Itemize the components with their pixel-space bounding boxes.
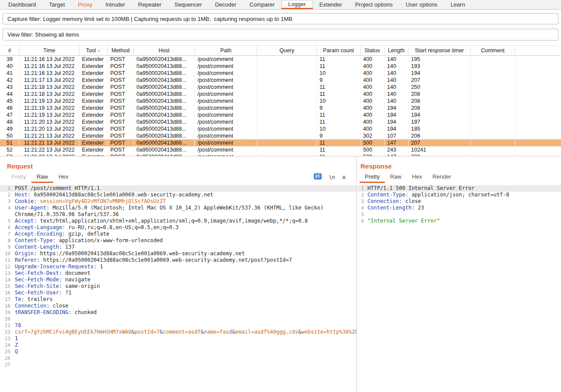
log-row-50[interactable]: 5011:21:21 13 Jul 2022ExtenderPOST0a9500… (0, 132, 561, 139)
cell-path: /post/comment (195, 91, 257, 98)
tab-raw[interactable]: Raw (385, 173, 407, 183)
cell-method: POST (108, 132, 134, 139)
cell-start-response-timer: 10241 (408, 146, 471, 153)
log-row-42[interactable]: 4211:21:17 13 Jul 2022ExtenderPOST0a9500… (0, 77, 561, 84)
view-filter-bar[interactable]: View filter: Showing all items (3, 29, 558, 41)
editor-line: 8Content-Type: application/x-www-form-ur… (0, 237, 356, 244)
cell-query (257, 132, 317, 139)
line-number: 23 (0, 335, 13, 342)
cell-start-response-timer: 194 (408, 70, 471, 77)
cell-length: 140 (384, 56, 408, 63)
cell-tool: Extender (79, 70, 108, 77)
line-number: 1 (0, 185, 13, 192)
cell-status: 400 (360, 118, 384, 125)
line-number: 21 (0, 322, 13, 329)
log-row-43[interactable]: 4311:21:18 13 Jul 2022ExtenderPOST0a9500… (0, 84, 561, 91)
column-header-length[interactable]: Length (384, 46, 408, 55)
column-header-path[interactable]: Path (195, 46, 257, 55)
request-editor[interactable]: 1POST /post/comment HTTP/1.12Host: 0a950… (0, 185, 356, 392)
tab-logger[interactable]: Logger (281, 0, 313, 9)
cell-start-response-timer: 197 (408, 118, 471, 125)
editor-line: 6Accept-Language: ru-RU,ru;q=0.8,en-US;q… (0, 224, 356, 231)
line-number: 3 (0, 198, 13, 205)
capture-filter-bar[interactable]: Capture filter: Logger memory limit set … (3, 13, 558, 24)
line-number: 16 (0, 290, 13, 296)
cell-param-count: 11 (317, 146, 360, 153)
menu-icon[interactable]: ≡ (342, 174, 346, 180)
log-row-47[interactable]: 4711:21:19 13 Jul 2022ExtenderPOST0a9500… (0, 112, 561, 118)
column-header-comment[interactable]: Comment (471, 46, 515, 55)
tab-pretty[interactable]: Pretty (6, 173, 31, 183)
column-header-number[interactable]: # (0, 46, 20, 55)
cell-host: 0a9500020413d88... (134, 63, 195, 70)
cell-method: POST (108, 139, 134, 146)
column-header-tool[interactable]: Tool▲ (79, 46, 108, 55)
editor-line: 2178 (0, 322, 356, 329)
tab-repeater[interactable]: Repeater (132, 0, 168, 9)
tab-raw[interactable]: Raw (31, 173, 53, 183)
newline-icon[interactable]: \n (329, 174, 335, 180)
cell-comment (471, 77, 515, 84)
log-row-45[interactable]: 4511:21:19 13 Jul 2022ExtenderPOST0a9500… (0, 98, 561, 105)
log-row-51[interactable]: 5111:21:21 13 Jul 2022ExtenderPOST0a9500… (0, 139, 561, 146)
column-header-param-count[interactable]: Param count (317, 46, 360, 55)
editor-line: 6"Internal Server Error" (357, 218, 561, 224)
editor-line: 4Content-Length: 23 (357, 205, 561, 211)
cell-length: 140 (384, 77, 408, 84)
tab-dashboard[interactable]: Dashboard (2, 0, 43, 9)
column-header-time[interactable]: Time (20, 46, 79, 55)
log-row-39[interactable]: 3911:21:16 13 Jul 2022ExtenderPOST0a9500… (0, 56, 561, 63)
cell-start-response-timer: 207 (408, 139, 471, 146)
tab-target[interactable]: Target (43, 0, 71, 9)
tab-learn[interactable]: Learn (444, 0, 472, 9)
cell-path: /post/comment (195, 146, 257, 153)
tab-comparer[interactable]: Comparer (243, 0, 281, 9)
log-row-44[interactable]: 4411:21:18 13 Jul 2022ExtenderPOST0a9500… (0, 91, 561, 98)
tab-pretty[interactable]: Pretty (360, 173, 385, 183)
response-editor[interactable]: 1HTTP/1.1 500 Internal Server Error2Cont… (357, 185, 561, 392)
tab-hex[interactable]: Hex (53, 173, 74, 183)
editor-line: 11Referer: https://0a9500020413d88ac08c5… (0, 257, 356, 264)
soft-wrap-icon[interactable] (314, 173, 322, 181)
tab-extender[interactable]: Extender (313, 0, 349, 9)
line-number: 7 (0, 231, 13, 237)
editor-line: 20 (0, 316, 356, 322)
cell-host: 0a9500020413d88... (134, 132, 195, 139)
column-header-status[interactable]: Status (360, 46, 384, 55)
log-row-49[interactable]: 4911:21:20 13 Jul 2022ExtenderPOST0a9500… (0, 125, 561, 132)
column-header-start-response-timer[interactable]: Start response timer (408, 46, 471, 55)
editor-line: 18Connection: close (0, 303, 356, 309)
cell-number: 49 (0, 125, 20, 132)
cell-tool: Extender (79, 105, 108, 112)
log-row-52[interactable]: 5211:21:22 13 Jul 2022ExtenderPOST0a9500… (0, 146, 561, 153)
column-header-query[interactable]: Query (257, 46, 317, 55)
tab-project-options[interactable]: Project options (349, 0, 399, 9)
cell-length: 194 (384, 112, 408, 118)
tab-render[interactable]: Render (427, 173, 456, 183)
tab-proxy[interactable]: Proxy (71, 0, 99, 9)
cell-status: 400 (360, 77, 384, 84)
cell-path: /post/comment (195, 139, 257, 146)
cell-method: POST (108, 56, 134, 63)
cell-number: 40 (0, 63, 20, 70)
log-row-46[interactable]: 4611:21:19 13 Jul 2022ExtenderPOST0a9500… (0, 105, 561, 112)
tab-user-options[interactable]: User options (399, 0, 444, 9)
tab-sequencer[interactable]: Sequencer (168, 0, 208, 9)
tab-hex[interactable]: Hex (407, 173, 427, 183)
cell-time: 11:21:16 13 Jul 2022 (20, 70, 79, 77)
log-row-41[interactable]: 4111:21:16 13 Jul 2022ExtenderPOST0a9500… (0, 70, 561, 77)
column-header-method[interactable]: Method (108, 46, 134, 55)
cell-tool: Extender (79, 56, 108, 63)
cell-status: 400 (360, 125, 384, 132)
cell-host: 0a9500020413d88... (134, 112, 195, 118)
log-row-40[interactable]: 4011:21:16 13 Jul 2022ExtenderPOST0a9500… (0, 63, 561, 70)
cell-method: POST (108, 125, 134, 132)
cell-method: POST (108, 63, 134, 70)
cell-number: 39 (0, 56, 20, 63)
log-row-48[interactable]: 4811:21:20 13 Jul 2022ExtenderPOST0a9500… (0, 118, 561, 125)
tab-decoder[interactable]: Decoder (208, 0, 243, 9)
column-header-host[interactable]: Host (134, 46, 195, 55)
cell-param-count: 9 (317, 105, 360, 112)
tab-intruder[interactable]: Intruder (99, 0, 132, 9)
cell-path: /post/comment (195, 98, 257, 105)
